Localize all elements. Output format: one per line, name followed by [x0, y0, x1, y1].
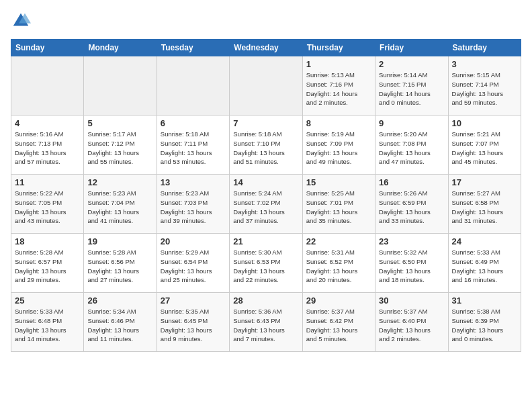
day-info: Sunrise: 5:15 AM Sunset: 7:14 PM Dayligh…: [452, 71, 517, 107]
day-info: Sunrise: 5:25 AM Sunset: 7:01 PM Dayligh…: [306, 189, 371, 226]
day-number: 24: [452, 236, 517, 246]
day-info: Sunrise: 5:29 AM Sunset: 6:54 PM Dayligh…: [161, 248, 226, 285]
day-number: 9: [379, 118, 444, 128]
calendar-cell: 14Sunrise: 5:24 AM Sunset: 7:02 PM Dayli…: [230, 175, 302, 234]
day-number: 29: [306, 295, 371, 306]
day-number: 10: [452, 118, 517, 128]
day-number: 20: [161, 236, 226, 246]
calendar-cell: [11, 56, 84, 116]
day-info: Sunrise: 5:26 AM Sunset: 6:59 PM Dayligh…: [379, 189, 444, 226]
calendar-cell: 13Sunrise: 5:23 AM Sunset: 7:03 PM Dayli…: [157, 175, 229, 234]
day-number: 12: [87, 177, 152, 187]
day-number: 15: [306, 177, 371, 187]
calendar-cell: [84, 56, 157, 116]
calendar-cell: 20Sunrise: 5:29 AM Sunset: 6:54 PM Dayli…: [157, 234, 229, 293]
day-number: 19: [87, 236, 152, 246]
day-info: Sunrise: 5:17 AM Sunset: 7:12 PM Dayligh…: [87, 130, 152, 167]
day-info: Sunrise: 5:36 AM Sunset: 6:43 PM Dayligh…: [233, 307, 298, 344]
calendar-cell: 31Sunrise: 5:38 AM Sunset: 6:39 PM Dayli…: [448, 293, 521, 352]
weekday-header-thursday: Thursday: [302, 40, 375, 56]
calendar-cell: 23Sunrise: 5:32 AM Sunset: 6:50 PM Dayli…: [375, 234, 448, 293]
calendar-table: SundayMondayTuesdayWednesdayThursdayFrid…: [11, 39, 521, 352]
weekday-header-friday: Friday: [375, 40, 448, 56]
calendar-cell: 21Sunrise: 5:30 AM Sunset: 6:53 PM Dayli…: [230, 234, 302, 293]
calendar-cell: 1Sunrise: 5:13 AM Sunset: 7:16 PM Daylig…: [302, 56, 375, 116]
day-info: Sunrise: 5:34 AM Sunset: 6:46 PM Dayligh…: [87, 307, 152, 344]
calendar-cell: 3Sunrise: 5:15 AM Sunset: 7:14 PM Daylig…: [448, 56, 521, 116]
day-number: 1: [306, 59, 371, 69]
day-info: Sunrise: 5:19 AM Sunset: 7:09 PM Dayligh…: [306, 130, 371, 167]
day-number: 3: [452, 59, 517, 69]
day-info: Sunrise: 5:35 AM Sunset: 6:45 PM Dayligh…: [161, 307, 226, 344]
day-number: 26: [87, 295, 152, 306]
day-info: Sunrise: 5:28 AM Sunset: 6:57 PM Dayligh…: [15, 248, 80, 285]
calendar-cell: [157, 56, 229, 116]
calendar-cell: 9Sunrise: 5:20 AM Sunset: 7:08 PM Daylig…: [375, 116, 448, 175]
page-header: [11, 11, 521, 31]
day-number: 7: [233, 118, 298, 128]
day-info: Sunrise: 5:33 AM Sunset: 6:48 PM Dayligh…: [15, 307, 80, 344]
day-info: Sunrise: 5:21 AM Sunset: 7:07 PM Dayligh…: [452, 130, 517, 167]
calendar-cell: 29Sunrise: 5:37 AM Sunset: 6:42 PM Dayli…: [302, 293, 375, 352]
day-info: Sunrise: 5:30 AM Sunset: 6:53 PM Dayligh…: [233, 248, 298, 285]
day-number: 25: [15, 295, 80, 306]
day-number: 27: [161, 295, 226, 306]
day-info: Sunrise: 5:27 AM Sunset: 6:58 PM Dayligh…: [452, 189, 517, 226]
day-info: Sunrise: 5:28 AM Sunset: 6:56 PM Dayligh…: [87, 248, 152, 285]
calendar-week-row: 1Sunrise: 5:13 AM Sunset: 7:16 PM Daylig…: [11, 56, 521, 116]
weekday-header-saturday: Saturday: [448, 40, 521, 56]
day-info: Sunrise: 5:22 AM Sunset: 7:05 PM Dayligh…: [15, 189, 80, 226]
calendar-week-row: 18Sunrise: 5:28 AM Sunset: 6:57 PM Dayli…: [11, 234, 521, 293]
day-info: Sunrise: 5:38 AM Sunset: 6:39 PM Dayligh…: [452, 307, 517, 344]
calendar-cell: 22Sunrise: 5:31 AM Sunset: 6:52 PM Dayli…: [302, 234, 375, 293]
day-info: Sunrise: 5:20 AM Sunset: 7:08 PM Dayligh…: [379, 130, 444, 167]
calendar-week-row: 25Sunrise: 5:33 AM Sunset: 6:48 PM Dayli…: [11, 293, 521, 352]
day-number: 11: [15, 177, 80, 187]
calendar-cell: 5Sunrise: 5:17 AM Sunset: 7:12 PM Daylig…: [84, 116, 157, 175]
calendar-cell: 16Sunrise: 5:26 AM Sunset: 6:59 PM Dayli…: [375, 175, 448, 234]
day-info: Sunrise: 5:32 AM Sunset: 6:50 PM Dayligh…: [379, 248, 444, 285]
day-number: 5: [87, 118, 152, 128]
day-number: 8: [306, 118, 371, 128]
calendar-cell: 10Sunrise: 5:21 AM Sunset: 7:07 PM Dayli…: [448, 116, 521, 175]
day-number: 6: [161, 118, 226, 128]
day-number: 28: [233, 295, 298, 306]
calendar-cell: 25Sunrise: 5:33 AM Sunset: 6:48 PM Dayli…: [11, 293, 84, 352]
day-number: 16: [379, 177, 444, 187]
calendar-cell: 28Sunrise: 5:36 AM Sunset: 6:43 PM Dayli…: [230, 293, 302, 352]
day-info: Sunrise: 5:23 AM Sunset: 7:04 PM Dayligh…: [87, 189, 152, 226]
day-number: 30: [379, 295, 444, 306]
day-info: Sunrise: 5:37 AM Sunset: 6:42 PM Dayligh…: [306, 307, 371, 344]
day-number: 4: [15, 118, 80, 128]
day-info: Sunrise: 5:13 AM Sunset: 7:16 PM Dayligh…: [306, 71, 371, 107]
day-info: Sunrise: 5:14 AM Sunset: 7:15 PM Dayligh…: [379, 71, 444, 107]
calendar-cell: 6Sunrise: 5:18 AM Sunset: 7:11 PM Daylig…: [157, 116, 229, 175]
calendar-week-row: 11Sunrise: 5:22 AM Sunset: 7:05 PM Dayli…: [11, 175, 521, 234]
calendar-week-row: 4Sunrise: 5:16 AM Sunset: 7:13 PM Daylig…: [11, 116, 521, 175]
logo: [11, 11, 34, 31]
calendar-cell: [230, 56, 302, 116]
calendar-cell: 15Sunrise: 5:25 AM Sunset: 7:01 PM Dayli…: [302, 175, 375, 234]
day-number: 21: [233, 236, 298, 246]
calendar-cell: 12Sunrise: 5:23 AM Sunset: 7:04 PM Dayli…: [84, 175, 157, 234]
weekday-header-sunday: Sunday: [11, 40, 84, 56]
weekday-header-tuesday: Tuesday: [157, 40, 229, 56]
day-info: Sunrise: 5:37 AM Sunset: 6:40 PM Dayligh…: [379, 307, 444, 344]
day-info: Sunrise: 5:18 AM Sunset: 7:10 PM Dayligh…: [233, 130, 298, 167]
weekday-header-wednesday: Wednesday: [230, 40, 302, 56]
day-info: Sunrise: 5:33 AM Sunset: 6:49 PM Dayligh…: [452, 248, 517, 285]
calendar-cell: 24Sunrise: 5:33 AM Sunset: 6:49 PM Dayli…: [448, 234, 521, 293]
calendar-cell: 18Sunrise: 5:28 AM Sunset: 6:57 PM Dayli…: [11, 234, 84, 293]
day-info: Sunrise: 5:31 AM Sunset: 6:52 PM Dayligh…: [306, 248, 371, 285]
day-info: Sunrise: 5:24 AM Sunset: 7:02 PM Dayligh…: [233, 189, 298, 226]
calendar-cell: 4Sunrise: 5:16 AM Sunset: 7:13 PM Daylig…: [11, 116, 84, 175]
calendar-cell: 17Sunrise: 5:27 AM Sunset: 6:58 PM Dayli…: [448, 175, 521, 234]
day-info: Sunrise: 5:16 AM Sunset: 7:13 PM Dayligh…: [15, 130, 80, 167]
day-info: Sunrise: 5:23 AM Sunset: 7:03 PM Dayligh…: [161, 189, 226, 226]
calendar-cell: 19Sunrise: 5:28 AM Sunset: 6:56 PM Dayli…: [84, 234, 157, 293]
day-info: Sunrise: 5:18 AM Sunset: 7:11 PM Dayligh…: [161, 130, 226, 167]
day-number: 14: [233, 177, 298, 187]
day-number: 31: [452, 295, 517, 306]
calendar-cell: 27Sunrise: 5:35 AM Sunset: 6:45 PM Dayli…: [157, 293, 229, 352]
calendar-cell: 2Sunrise: 5:14 AM Sunset: 7:15 PM Daylig…: [375, 56, 448, 116]
